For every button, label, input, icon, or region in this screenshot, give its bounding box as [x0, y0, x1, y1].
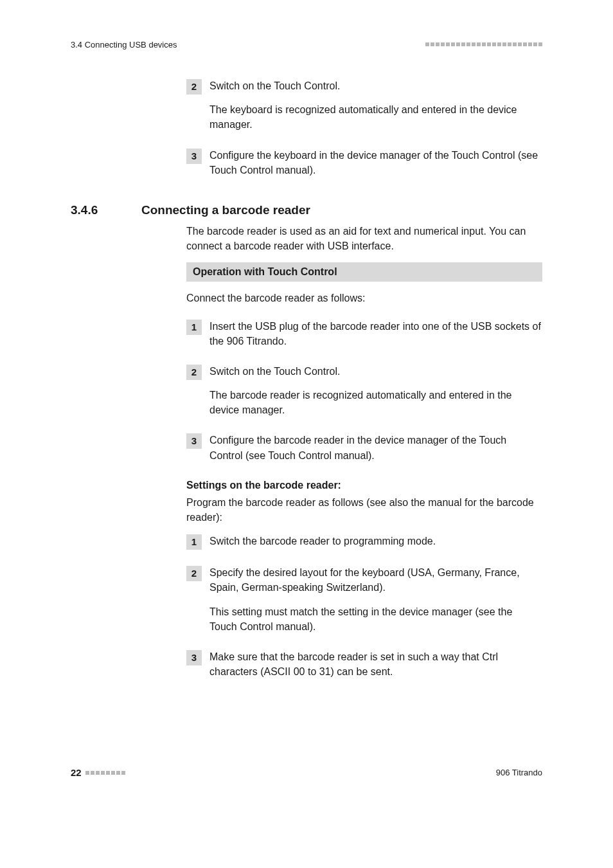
step-body: Make sure that the barcode reader is set… — [209, 649, 542, 679]
step-text: The barcode reader is recognized automat… — [209, 388, 542, 417]
step-number: 3 — [186, 149, 202, 164]
section-body: The barcode reader is used as an aid for… — [186, 224, 542, 306]
operation-band: Operation with Touch Control — [186, 262, 542, 282]
step-text: Switch on the Touch Control. — [209, 364, 542, 379]
step-text: Insert the USB plug of the barcode reade… — [209, 319, 542, 348]
step-item: 1 Switch the barcode reader to programmi… — [186, 534, 542, 550]
step-text: Switch on the Touch Control. — [209, 78, 542, 93]
page-footer: 22 906 Titrando — [71, 767, 542, 778]
step-item: 2 Switch on the Touch Control. The keybo… — [186, 78, 542, 132]
settings-block: Settings on the barcode reader: Program … — [186, 480, 542, 525]
section-intro: The barcode reader is used as an aid for… — [186, 224, 542, 253]
band-after-text: Connect the barcode reader as follows: — [186, 291, 542, 305]
step-body: Insert the USB plug of the barcode reade… — [209, 319, 542, 348]
page-number: 22 — [71, 767, 82, 778]
step-body: Switch on the Touch Control. The keyboar… — [209, 78, 542, 132]
step-text: The keyboard is recognized automatically… — [209, 102, 542, 132]
step-number: 2 — [186, 566, 202, 581]
step-item: 1 Insert the USB plug of the barcode rea… — [186, 319, 542, 348]
footer-ornament-icon — [85, 771, 125, 775]
step-text: Switch the barcode reader to programming… — [209, 534, 542, 548]
step-number: 2 — [186, 365, 202, 380]
step-text: Configure the barcode reader in the devi… — [209, 433, 542, 462]
page-header: 3.4 Connecting USB devices — [71, 40, 542, 49]
step-item: 3 Configure the barcode reader in the de… — [186, 433, 542, 462]
footer-left: 22 — [71, 767, 125, 778]
step-body: Specify the desired layout for the keybo… — [209, 565, 542, 634]
step-body: Switch on the Touch Control. The barcode… — [209, 364, 542, 418]
intro-steps: 2 Switch on the Touch Control. The keybo… — [186, 78, 542, 177]
steps-group-b: 1 Switch the barcode reader to programmi… — [186, 534, 542, 679]
step-number: 1 — [186, 320, 202, 335]
step-text: This setting must match the setting in t… — [209, 604, 542, 634]
page: 3.4 Connecting USB devices 2 Switch on t… — [0, 0, 613, 868]
step-item: 2 Specify the desired layout for the key… — [186, 565, 542, 634]
header-section-label: 3.4 Connecting USB devices — [71, 40, 177, 50]
step-number: 2 — [186, 79, 202, 95]
footer-product: 906 Titrando — [496, 768, 542, 777]
header-ornament-icon — [425, 42, 542, 46]
settings-subhead: Settings on the barcode reader: — [186, 480, 542, 491]
section-number: 3.4.6 — [71, 203, 141, 217]
step-item: 3 Configure the keyboard in the device m… — [186, 148, 542, 177]
step-item: 2 Switch on the Touch Control. The barco… — [186, 364, 542, 418]
section-heading: 3.4.6 Connecting a barcode reader — [71, 203, 542, 217]
step-text: Configure the keyboard in the device man… — [209, 148, 542, 177]
step-body: Configure the keyboard in the device man… — [209, 148, 542, 177]
step-number: 3 — [186, 433, 202, 449]
step-body: Configure the barcode reader in the devi… — [209, 433, 542, 462]
section-title: Connecting a barcode reader — [141, 203, 310, 217]
step-number: 3 — [186, 650, 202, 665]
step-text: Make sure that the barcode reader is set… — [209, 649, 542, 679]
settings-intro: Program the barcode reader as follows (s… — [186, 495, 542, 525]
steps-group-a: 1 Insert the USB plug of the barcode rea… — [186, 319, 542, 463]
step-body: Switch the barcode reader to programming… — [209, 534, 542, 550]
page-content: 2 Switch on the Touch Control. The keybo… — [71, 78, 542, 694]
step-number: 1 — [186, 534, 202, 550]
step-item: 3 Make sure that the barcode reader is s… — [186, 649, 542, 679]
step-text: Specify the desired layout for the keybo… — [209, 565, 542, 595]
